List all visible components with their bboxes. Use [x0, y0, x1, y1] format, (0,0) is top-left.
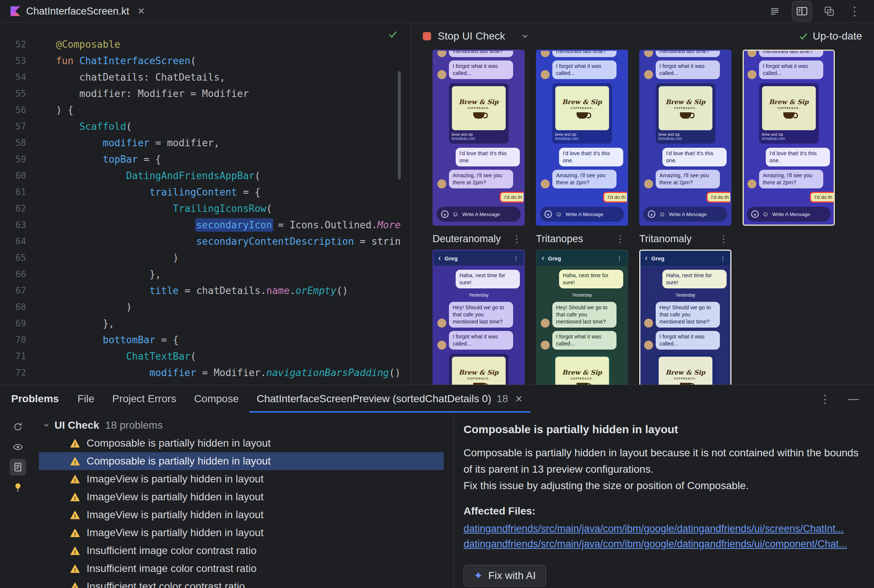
code-line[interactable]: 58 modifier = modifier, — [0, 135, 410, 151]
affected-file-link[interactable]: datingandfriends/src/main/java/com/ibm/g… — [464, 523, 844, 535]
code-editor[interactable]: 52@Composable53fun ChatInterfaceScreen(5… — [0, 23, 411, 385]
code-line[interactable]: 68 ) — [0, 299, 410, 315]
code-text[interactable]: ) — [56, 299, 132, 315]
code-text[interactable]: ChatTextBar( — [56, 348, 196, 364]
code-line[interactable]: 66 }, — [0, 266, 410, 282]
code-text[interactable]: ) — [56, 250, 179, 266]
message-input-bar[interactable]: +☺Write A Message — [747, 207, 831, 222]
add-icon[interactable]: + — [545, 210, 552, 218]
code-text[interactable]: title = chatDetails.name.orEmpty() — [56, 282, 348, 299]
code-text[interactable]: trailingContent = { — [56, 184, 260, 200]
problems-tool-title[interactable]: Problems — [0, 393, 69, 405]
stop-icon[interactable] — [423, 32, 431, 40]
float-preview-icon[interactable] — [823, 5, 835, 17]
add-icon[interactable]: + — [751, 210, 759, 218]
code-text[interactable]: secondaryIcon = Icons.Outlined.More — [56, 217, 401, 233]
code-line[interactable]: 54 chatDetails: ChatDetails, — [0, 69, 410, 86]
kebab-icon[interactable]: ⋮ — [616, 233, 628, 245]
kebab-icon[interactable]: ⋮ — [513, 255, 519, 262]
problem-item[interactable]: !Composable is partially hidden in layou… — [39, 452, 444, 470]
code-line[interactable]: 71 ChatTextBar( — [0, 348, 410, 364]
kebab-icon[interactable]: ⋮ — [719, 233, 731, 245]
message-input-bar[interactable]: +☺Write A Message — [437, 207, 521, 222]
list-view-icon[interactable] — [769, 5, 781, 17]
code-text[interactable]: @Composable — [56, 36, 120, 52]
preview-phone[interactable]: Hey! Should we go to that cafe you menti… — [536, 50, 628, 226]
code-text[interactable]: secondaryContentDescription = strin — [56, 233, 401, 250]
emoji-icon[interactable]: ☺ — [452, 211, 459, 218]
add-icon[interactable]: + — [648, 210, 655, 218]
code-line[interactable]: 69 }, — [0, 315, 410, 332]
problem-item[interactable]: !ImageView is partially hidden in layout — [39, 506, 444, 524]
refresh-icon[interactable] — [10, 418, 26, 435]
code-line[interactable]: 72 modifier = Modifier.navigationBarsPad… — [0, 364, 410, 381]
preview-phone[interactable]: ‹Greg⋮Haha, next time for sure!Yesterday… — [536, 250, 628, 385]
problems-tab[interactable]: Project Errors — [104, 385, 185, 412]
code-text[interactable]: DatingAndFriendsAppBar( — [56, 168, 260, 184]
code-text[interactable]: }, — [56, 315, 114, 332]
code-line[interactable]: 62 TrailingIconsRow( — [0, 200, 410, 217]
code-text[interactable]: TrailingIconsRow( — [56, 200, 272, 217]
back-icon[interactable]: ‹ — [542, 254, 544, 262]
problem-item[interactable]: !ImageView is partially hidden in layout — [39, 524, 444, 542]
minimize-panel-icon[interactable]: — — [848, 393, 859, 405]
code-text[interactable]: ) { — [56, 102, 74, 118]
emoji-icon[interactable]: ☺ — [555, 211, 562, 218]
problems-tab[interactable]: Compose — [185, 385, 248, 412]
code-text[interactable]: bottomBar = { — [56, 332, 179, 348]
kebab-icon[interactable]: ⋮ — [720, 255, 726, 262]
code-line[interactable]: 63 secondaryIcon = Icons.Outlined.More — [0, 217, 410, 233]
problem-item[interactable]: !Insufficient image color contrast ratio — [39, 560, 444, 578]
code-line[interactable]: 53fun ChatInterfaceScreen( — [0, 52, 410, 69]
inspections-ok-icon[interactable] — [388, 30, 398, 40]
problem-item[interactable]: !ImageView is partially hidden in layout — [39, 470, 444, 488]
problem-item[interactable]: !Insufficient image color contrast ratio — [39, 542, 444, 560]
code-line[interactable]: 64 secondaryContentDescription = strin — [0, 233, 410, 250]
back-icon[interactable]: ‹ — [645, 254, 647, 262]
report-view-icon[interactable] — [10, 459, 26, 476]
code-line[interactable]: 61 trailingContent = { — [0, 184, 410, 200]
code-line[interactable]: 57 Scaffold( — [0, 118, 410, 135]
problems-group-header[interactable]: UI Check 18 problems — [36, 416, 454, 434]
kebab-icon[interactable]: ⋮ — [512, 233, 525, 245]
file-tab[interactable]: ChatInterfaceScreen.kt ✕ — [0, 0, 155, 22]
affected-file-link[interactable]: datingandfriends/src/main/java/com/ibm/g… — [464, 538, 847, 550]
code-text[interactable]: topBar = { — [56, 151, 161, 168]
code-line[interactable]: 65 ) — [0, 250, 410, 266]
problems-tab[interactable]: File — [69, 385, 104, 412]
code-text[interactable]: }, — [56, 266, 161, 282]
problem-item[interactable]: !Insufficient text color contrast ratio — [39, 578, 444, 588]
editor-options-kebab-icon[interactable]: ⋮ — [846, 4, 863, 18]
code-line[interactable]: 52@Composable — [0, 36, 410, 52]
code-text[interactable]: modifier: Modifier = Modifier — [56, 86, 249, 102]
preview-eye-icon[interactable] — [10, 439, 26, 455]
code-line[interactable]: 73 onAddClick = — [0, 381, 410, 385]
editor-scrollbar[interactable] — [398, 71, 401, 180]
tab-close-icon[interactable]: ✕ — [515, 394, 523, 404]
emoji-icon[interactable]: ☺ — [762, 211, 769, 218]
kebab-icon[interactable]: ⋮ — [617, 255, 622, 262]
problem-item[interactable]: !ImageView is partially hidden in layout — [39, 488, 444, 506]
code-line[interactable]: 59 topBar = { — [0, 151, 410, 168]
tab-chat-interface-preview[interactable]: ChatInterfaceScreenPreview (sortedChatDe… — [248, 385, 532, 412]
panel-options-kebab-icon[interactable]: ⋮ — [820, 393, 831, 405]
code-line[interactable]: 60 DatingAndFriendsAppBar( — [0, 168, 410, 184]
tab-close-icon[interactable]: ✕ — [137, 6, 145, 16]
message-input-bar[interactable]: +☺Write A Message — [540, 207, 624, 222]
lightbulb-icon[interactable] — [10, 479, 26, 495]
code-line[interactable]: 55 modifier: Modifier = Modifier — [0, 86, 410, 102]
code-text[interactable]: modifier = modifier, — [56, 135, 219, 151]
preview-phone[interactable]: ‹Greg⋮Haha, next time for sure!Yesterday… — [432, 250, 525, 385]
code-line[interactable]: 67 title = chatDetails.name.orEmpty() — [0, 282, 410, 299]
split-editor-toggle-icon[interactable] — [792, 1, 812, 21]
add-icon[interactable]: + — [441, 210, 449, 218]
code-text[interactable]: modifier = Modifier.navigationBarsPaddin… — [56, 364, 401, 381]
preview-phone[interactable]: Hey! Should we go to that cafe you menti… — [432, 50, 525, 226]
chevron-down-icon[interactable] — [521, 32, 529, 40]
fix-with-ai-button[interactable]: ✦ Fix with AI — [464, 565, 546, 586]
emoji-icon[interactable]: ☺ — [659, 211, 665, 218]
code-text[interactable]: Scaffold( — [56, 118, 132, 135]
preview-phone[interactable]: ‹Greg⋮Haha, next time for sure!Yesterday… — [639, 250, 731, 385]
message-input-bar[interactable]: +☺Write A Message — [643, 207, 727, 222]
code-text[interactable]: chatDetails: ChatDetails, — [56, 69, 225, 86]
